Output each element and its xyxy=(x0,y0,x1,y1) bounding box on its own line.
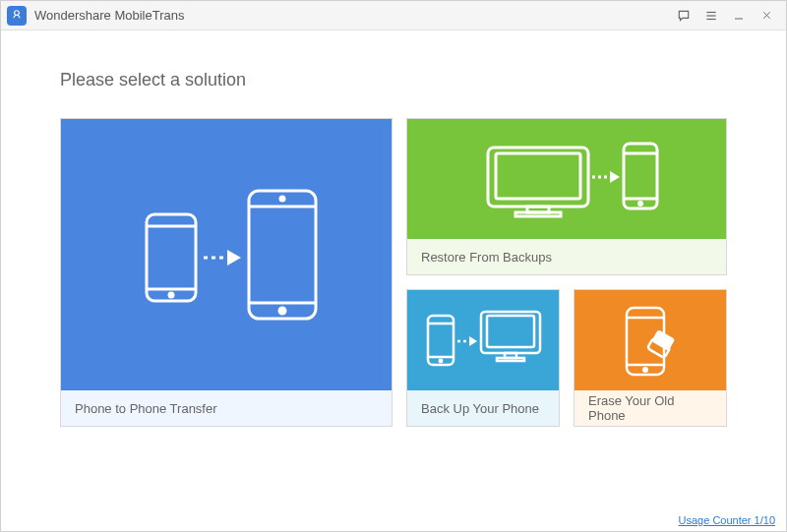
svg-rect-30 xyxy=(487,316,534,347)
window-title: Wondershare MobileTrans xyxy=(34,8,670,23)
restore-icon xyxy=(407,119,726,239)
footer: Usage Counter 1/10 xyxy=(679,514,775,526)
phone-transfer-icon xyxy=(61,119,392,390)
usage-counter-link[interactable]: Usage Counter 1/10 xyxy=(679,514,775,526)
svg-point-14 xyxy=(280,197,284,201)
svg-rect-32 xyxy=(497,358,524,361)
menu-icon[interactable] xyxy=(697,5,725,27)
svg-point-23 xyxy=(639,203,642,206)
tile-label: Phone to Phone Transfer xyxy=(61,390,392,426)
backup-icon xyxy=(407,290,559,390)
svg-rect-19 xyxy=(515,212,561,216)
svg-point-37 xyxy=(643,368,647,372)
svg-point-13 xyxy=(279,308,285,314)
svg-point-9 xyxy=(169,293,173,297)
page-heading: Please select a solution xyxy=(60,70,727,90)
titlebar: Wondershare MobileTrans xyxy=(1,1,786,30)
close-button[interactable] xyxy=(753,5,780,27)
erase-icon xyxy=(575,290,726,390)
feedback-icon[interactable] xyxy=(670,5,697,27)
svg-point-28 xyxy=(440,360,442,362)
tile-back-up-your-phone[interactable]: Back Up Your Phone xyxy=(406,289,560,427)
tile-erase-your-old-phone[interactable]: Erase Your Old Phone xyxy=(574,289,727,427)
tile-label: Back Up Your Phone xyxy=(407,390,559,426)
tile-phone-to-phone-transfer[interactable]: Phone to Phone Transfer xyxy=(60,118,393,427)
svg-rect-10 xyxy=(249,191,316,319)
solution-grid: Phone to Phone Transfer Restore From xyxy=(60,118,727,427)
tile-restore-from-backups[interactable]: Restore From Backups xyxy=(406,118,727,275)
main-content: Please select a solution P xyxy=(1,30,786,437)
minimize-button[interactable] xyxy=(725,5,753,27)
tile-label: Erase Your Old Phone xyxy=(575,390,726,426)
tile-label: Restore From Backups xyxy=(407,239,726,274)
svg-rect-17 xyxy=(496,153,580,199)
bottom-row: Back Up Your Phone Era xyxy=(406,289,727,427)
app-logo-icon xyxy=(7,6,27,26)
